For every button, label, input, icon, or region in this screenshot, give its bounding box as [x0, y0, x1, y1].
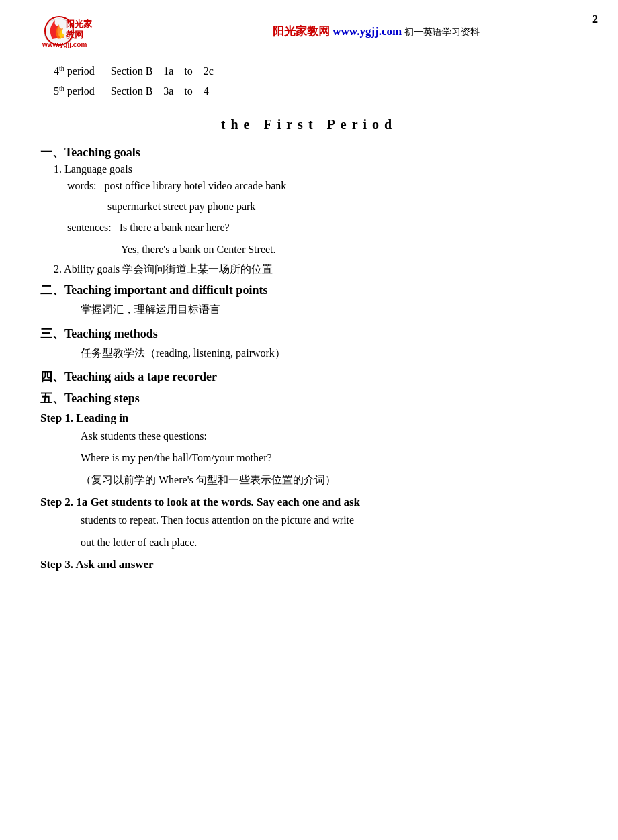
page: 2 www.ygjj.com 阳光家 教网 [0, 0, 618, 840]
period-row-4: 4th period Section B 1a to 2c [54, 61, 578, 81]
step3-block: Step 3. Ask and answer [40, 558, 578, 571]
period-4-label: period Section B 1a to 2c [67, 65, 214, 77]
period-row-5: 5th period Section B 3a to 4 [54, 81, 578, 101]
step2-block: Step 2. 1a Get students to look at the w… [40, 496, 578, 553]
period-5-num: 5 [54, 85, 59, 97]
sentences-label-text: sentences: [67, 222, 120, 233]
sentences-label: sentences: Is there a bank near here? [67, 218, 578, 238]
words-row2: supermarket street pay phone park [107, 197, 578, 217]
step3-title: Step 3. Ask and answer [40, 558, 578, 571]
step1-line2: Where is my pen/the ball/Tom/your mother… [81, 448, 578, 468]
ability-goals: 2. Ability goals 学会询问街道上某一场所的位置 [54, 263, 578, 277]
words-row1: words: post office library hotel video a… [67, 177, 578, 196]
period-5-sup: th [59, 85, 64, 92]
period-4-num: 4 [54, 65, 59, 77]
center-title: the First Period [40, 117, 578, 132]
step1-block: Step 1. Leading in Ask students these qu… [40, 412, 578, 490]
lang-goals-label: 1. Language goals [54, 163, 578, 175]
site-name-red: 阳光家教网 [273, 25, 333, 38]
periods-section: 4th period Section B 1a to 2c 5th period… [40, 61, 578, 102]
step1-title: Step 1. Leading in [40, 412, 578, 425]
site-url: www.ygjj.com [333, 25, 402, 38]
step2-title: Step 2. 1a Get students to look at the w… [40, 496, 578, 509]
section-two-heading: 二、Teaching important and difficult point… [40, 282, 578, 298]
sentence1: Is there a bank near here? [120, 222, 230, 233]
step1-line1: Ask students these questions: [81, 426, 578, 447]
period-5-label: period Section B 3a to 4 [67, 85, 209, 97]
two-sub: 掌握词汇，理解运用目标语言 [81, 299, 578, 320]
step2-line2: out the letter of each place. [81, 532, 578, 553]
svg-text:www.ygjj.com: www.ygjj.com [42, 41, 87, 48]
header: www.ygjj.com 阳光家 教网 阳光家教网 www.ygjj.com 初… [40, 13, 578, 54]
section-four-heading: 四、Teaching aids a tape recorder [40, 369, 578, 385]
svg-text:阳光家: 阳光家 [66, 19, 93, 29]
step1-line3: （复习以前学的 Where's 句型和一些表示位置的介词） [81, 470, 578, 490]
period-4-sup: th [59, 64, 64, 72]
step2-line1: students to repeat. Then focus attention… [81, 510, 578, 530]
section-one-heading: 一、Teaching goals [40, 144, 578, 160]
section-three-heading: 三、Teaching methods [40, 326, 578, 342]
sentence2: Yes, there's a bank on Center Street. [121, 240, 578, 260]
section-five-heading: 五、Teaching steps [40, 390, 578, 406]
header-text: 阳光家教网 www.ygjj.com 初一英语学习资料 [175, 24, 578, 39]
logo-icon: www.ygjj.com 阳光家 教网 [40, 13, 101, 48]
svg-text:教网: 教网 [65, 30, 83, 40]
logo-area: www.ygjj.com 阳光家 教网 [40, 13, 175, 48]
site-subtitle: 初一英语学习资料 [404, 27, 480, 37]
words-label: words: [67, 180, 105, 191]
page-number: 2 [592, 13, 598, 26]
three-sub: 任务型教学法（reading, listening, pairwork） [81, 343, 578, 363]
